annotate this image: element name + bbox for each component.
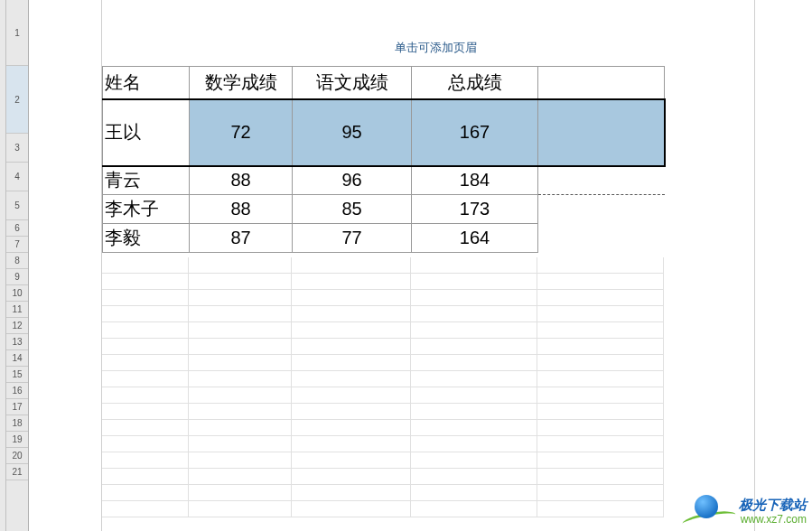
grid-row[interactable] (102, 501, 664, 517)
header-empty[interactable] (538, 67, 665, 99)
row-number: 18 (12, 418, 22, 428)
cell-total[interactable]: 164 (412, 224, 538, 253)
table-row: 王以 72 95 167 (103, 99, 665, 166)
table-row: 青云 88 96 184 (103, 166, 665, 195)
header-hint-text: 单击可添加页眉 (395, 41, 477, 54)
row-header[interactable]: 21 (6, 464, 28, 480)
row-number: 2 (14, 95, 20, 105)
grid-row[interactable] (102, 274, 664, 290)
cell-chinese[interactable]: 77 (293, 224, 412, 253)
row-number: 21 (12, 467, 22, 477)
row-header[interactable]: 16 (6, 383, 28, 399)
row-number: 14 (12, 353, 22, 363)
grid-row[interactable] (102, 452, 664, 469)
row-number: 4 (14, 172, 20, 182)
watermark-title: 极光下载站 (739, 496, 807, 514)
row-header[interactable]: 17 (6, 399, 28, 415)
row-number: 15 (12, 369, 22, 379)
cell-name[interactable]: 李木子 (103, 195, 190, 224)
row-header[interactable]: 18 (6, 415, 28, 432)
row-header[interactable]: 3 (6, 134, 28, 163)
row-number: 9 (14, 272, 20, 282)
row-number: 7 (14, 239, 20, 249)
grid-row[interactable] (102, 355, 664, 371)
row-header[interactable]: 14 (6, 350, 28, 367)
header-name[interactable]: 姓名 (103, 67, 190, 99)
cell-chinese[interactable]: 96 (293, 166, 412, 195)
scrollbar-edge (0, 0, 6, 531)
row-header-column: 1 2 3 4 5 6 7 8 9 10 11 12 13 14 15 16 1 (6, 0, 29, 531)
cell-chinese[interactable]: 85 (293, 195, 412, 224)
grid-row[interactable] (102, 290, 664, 306)
row-number: 11 (12, 304, 22, 314)
cell-total[interactable]: 184 (412, 166, 538, 195)
row-header[interactable]: 7 (6, 237, 28, 253)
row-header[interactable]: 12 (6, 318, 28, 334)
grid-row[interactable] (102, 306, 664, 322)
table-row: 李木子 88 85 173 (103, 195, 665, 224)
row-number: 19 (12, 434, 22, 444)
cell-math[interactable]: 72 (190, 99, 293, 166)
row-header[interactable]: 10 (6, 285, 28, 302)
row-header[interactable]: 4 (6, 163, 28, 191)
next-page-edge (754, 0, 781, 531)
grid-row[interactable] (102, 257, 664, 274)
score-table: 姓名 数学成绩 语文成绩 总成绩 王以 72 95 167 青云 88 96 1… (102, 66, 666, 253)
grid-row[interactable] (102, 322, 664, 339)
row-number: 16 (12, 386, 22, 396)
cell-name[interactable]: 王以 (103, 99, 190, 166)
row-header[interactable]: 9 (6, 269, 28, 285)
row-number: 13 (12, 337, 22, 347)
empty-grid (102, 257, 664, 517)
page-sheet: 单击可添加页眉 姓名 数学成绩 语文成绩 总成绩 王以 72 95 167 青云… (101, 0, 770, 531)
cell-math[interactable]: 87 (190, 224, 293, 253)
grid-row[interactable] (102, 436, 664, 452)
grid-row[interactable] (102, 469, 664, 485)
table-header-row: 姓名 数学成绩 语文成绩 总成绩 (103, 67, 665, 99)
row-number: 20 (12, 451, 22, 461)
row-number: 3 (14, 143, 20, 153)
row-header-selected[interactable]: 2 (6, 66, 28, 134)
watermark-url: www.xz7.com (739, 513, 807, 527)
cell-name[interactable]: 青云 (103, 166, 190, 195)
row-header[interactable]: 5 (6, 191, 28, 220)
cell-empty[interactable] (538, 99, 665, 166)
watermark-globe-icon (695, 495, 718, 518)
table-row: 李毅 87 77 164 (103, 224, 665, 253)
row-header[interactable]: 1 (6, 0, 28, 66)
header-placeholder[interactable]: 单击可添加页眉 (102, 40, 769, 56)
cell-total[interactable]: 173 (412, 195, 538, 224)
row-number: 12 (12, 321, 22, 331)
cell-total[interactable]: 167 (412, 99, 538, 166)
cell-name[interactable]: 李毅 (103, 224, 190, 253)
row-number: 10 (12, 288, 22, 298)
cell-empty[interactable] (538, 224, 665, 253)
cell-empty[interactable] (538, 166, 665, 195)
header-chinese[interactable]: 语文成绩 (293, 67, 412, 99)
grid-row[interactable] (102, 371, 664, 387)
row-header[interactable]: 20 (6, 448, 28, 464)
row-header[interactable]: 8 (6, 253, 28, 269)
row-number: 5 (14, 200, 20, 210)
grid-row[interactable] (102, 404, 664, 420)
row-header[interactable]: 6 (6, 220, 28, 237)
row-header[interactable]: 11 (6, 302, 28, 318)
grid-row[interactable] (102, 339, 664, 355)
grid-row[interactable] (102, 387, 664, 404)
row-header[interactable]: 15 (6, 367, 28, 383)
header-math[interactable]: 数学成绩 (190, 67, 293, 99)
cell-chinese[interactable]: 95 (293, 99, 412, 166)
header-total[interactable]: 总成绩 (412, 67, 538, 99)
grid-row[interactable] (102, 485, 664, 501)
row-number: 6 (14, 223, 20, 233)
cell-empty[interactable] (538, 195, 665, 224)
row-number: 8 (14, 256, 20, 266)
row-header[interactable]: 13 (6, 334, 28, 350)
row-header[interactable]: 19 (6, 432, 28, 448)
row-number: 1 (14, 28, 20, 38)
worksheet-area[interactable]: 单击可添加页眉 姓名 数学成绩 语文成绩 总成绩 王以 72 95 167 青云… (29, 0, 781, 531)
cell-math[interactable]: 88 (190, 166, 293, 195)
grid-row[interactable] (102, 420, 664, 436)
cell-math[interactable]: 88 (190, 195, 293, 224)
watermark: 极光下载站 www.xz7.com (739, 496, 807, 527)
